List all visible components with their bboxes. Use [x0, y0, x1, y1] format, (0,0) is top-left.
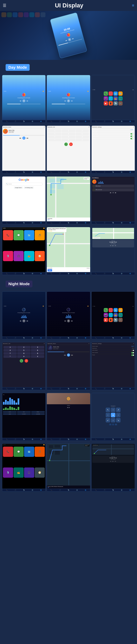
dial-9[interactable]: 9: [76, 136, 89, 138]
cp-radio[interactable]: 📻: [24, 251, 34, 261]
ns2-icon4[interactable]: ⚙️: [76, 337, 78, 339]
menu-icon[interactable]: ≡: [132, 3, 134, 8]
ns2-icon3[interactable]: 📡: [68, 337, 69, 339]
nav-next[interactable]: ⏭: [115, 245, 116, 246]
nav-icon1[interactable]: 📞: [50, 273, 52, 274]
ns1-icon4[interactable]: ⚙️: [32, 337, 33, 339]
bt-call-close[interactable]: ✕: [88, 126, 90, 128]
nbtc-i4[interactable]: ⚙️: [32, 388, 33, 390]
fd-i3[interactable]: 📡: [68, 438, 69, 440]
ns1-icon3[interactable]: 📡: [23, 337, 25, 339]
app-camera[interactable]: 📷: [104, 96, 108, 100]
nbts-i2[interactable]: 🎵: [104, 388, 106, 390]
ndial-3[interactable]: 3: [31, 346, 44, 348]
eq-i2[interactable]: 🎵: [14, 438, 16, 440]
s3-icon5[interactable]: 🔷: [129, 120, 131, 122]
food-prev[interactable]: ◀: [67, 407, 68, 408]
eq-classical[interactable]: CLASSIC: [17, 413, 31, 415]
na-social[interactable]: 📱: [108, 318, 113, 322]
m-icon3[interactable]: 📡: [68, 222, 69, 224]
g-icon4[interactable]: ⚙️: [32, 222, 33, 224]
btc-icon5[interactable]: 🔷: [85, 171, 86, 173]
eq-i3[interactable]: 📡: [23, 438, 25, 440]
dial-0[interactable]: 0: [62, 138, 75, 141]
na-misc[interactable]: 🎮: [118, 318, 122, 322]
ndial-4[interactable]: 4: [4, 349, 17, 352]
na3-icon3[interactable]: 📡: [112, 337, 114, 339]
hamburger-icon[interactable]: ☰: [3, 3, 6, 8]
s3-icon2[interactable]: 🎵: [104, 120, 106, 122]
nav-arrow-br[interactable]: ↘: [116, 418, 120, 422]
ndial-9[interactable]: 9: [31, 352, 44, 355]
nnmn-i5[interactable]: 🔷: [129, 489, 131, 491]
nav-arrow-tr[interactable]: ↗: [116, 408, 120, 412]
ncp-msg[interactable]: 💬: [14, 447, 24, 457]
dial-hash[interactable]: #: [76, 138, 89, 141]
fd-i2[interactable]: 🎵: [59, 438, 61, 440]
s2-play[interactable]: ⏸: [67, 99, 70, 102]
ndial-2[interactable]: 2: [17, 346, 30, 348]
nav-arrow-up[interactable]: ↑: [111, 408, 115, 412]
nbtc-i5[interactable]: 🔷: [40, 388, 42, 390]
btm-icon1[interactable]: 📞: [6, 171, 8, 173]
nav-prev[interactable]: ⏮: [110, 245, 112, 246]
cp-music[interactable]: 🎵: [35, 230, 45, 240]
na-wifi[interactable]: 📡: [114, 318, 118, 322]
call-accept[interactable]: 📞: [64, 142, 68, 146]
g-icon2[interactable]: 🎵: [14, 222, 16, 224]
bt-next[interactable]: ⏭: [26, 137, 28, 139]
dial-star[interactable]: *: [48, 138, 61, 141]
s1-icon4[interactable]: ⚙️: [32, 120, 33, 122]
bt-prev[interactable]: ⏮: [19, 137, 21, 139]
ns2-icon2[interactable]: 🎵: [59, 337, 61, 339]
ncp-waze[interactable]: 🧭: [35, 468, 45, 478]
cp-icon3[interactable]: 📡: [23, 273, 25, 274]
cp-messages[interactable]: 💬: [14, 230, 24, 240]
eq-i1[interactable]: 📞: [6, 438, 8, 440]
nbt-toggle-ac[interactable]: [131, 352, 134, 354]
btm-icon3[interactable]: 📡: [23, 171, 25, 173]
ns1-next[interactable]: ⏭: [26, 320, 28, 322]
arr-icon1[interactable]: 📞: [95, 273, 97, 274]
cp-waze[interactable]: 🧭: [35, 251, 45, 261]
nnm-i2[interactable]: 🎵: [59, 489, 61, 491]
ns2-icon5[interactable]: 🔷: [85, 337, 86, 339]
s1-play[interactable]: ⏸: [22, 99, 26, 102]
nav-arrow-tl[interactable]: ↖: [106, 408, 110, 412]
m-icon4[interactable]: ⚙️: [76, 222, 78, 224]
nbt-next[interactable]: ⏭: [71, 354, 73, 356]
nbt-music-close[interactable]: ✕: [88, 343, 90, 344]
dial-5[interactable]: 5: [62, 132, 75, 135]
eq-rock[interactable]: ROCK: [31, 411, 45, 413]
s1-next[interactable]: ⏭: [26, 100, 28, 102]
google-search-bar[interactable]: 🔍 Search: [5, 183, 43, 186]
ns2-prev[interactable]: ⏮: [64, 320, 66, 322]
hero-next-btn[interactable]: ⏭: [72, 38, 74, 40]
nav-arrow-down[interactable]: ↓: [111, 418, 115, 422]
m-icon2[interactable]: 🎵: [59, 222, 61, 224]
arr-icon5[interactable]: 🔷: [129, 273, 131, 274]
s2-icon4[interactable]: ⚙️: [76, 120, 78, 122]
an-i5[interactable]: 🔷: [129, 438, 131, 440]
nbts-i4[interactable]: ⚙️: [121, 388, 122, 390]
g-icon5[interactable]: 🔷: [40, 222, 42, 224]
na-music[interactable]: 🎵: [108, 308, 113, 312]
dial-6[interactable]: 6: [76, 132, 89, 135]
na-settings[interactable]: ⚙️: [118, 308, 122, 312]
cp-maps[interactable]: 🗺️: [24, 230, 34, 240]
btc-icon4[interactable]: ⚙️: [76, 171, 78, 173]
bt-play[interactable]: ⏸: [22, 136, 26, 140]
toggle-auto-connect[interactable]: [130, 136, 133, 137]
nbt-play[interactable]: ⏸: [67, 354, 70, 356]
app-social[interactable]: 📱: [108, 101, 113, 106]
g-icon3[interactable]: 📡: [23, 222, 25, 224]
food-next[interactable]: ▶: [69, 407, 70, 408]
btc-icon3[interactable]: 📡: [68, 171, 69, 173]
na3-icon2[interactable]: 🎵: [104, 337, 106, 339]
nbtc-i3[interactable]: 📡: [23, 388, 25, 390]
ns1-prev[interactable]: ⏮: [20, 320, 21, 322]
google-search-btn[interactable]: Google Search: [14, 186, 23, 189]
s1-icon3[interactable]: 📡: [23, 120, 25, 122]
sm-icon1[interactable]: 📞: [95, 222, 97, 224]
btc-icon2[interactable]: 🎵: [59, 171, 61, 173]
